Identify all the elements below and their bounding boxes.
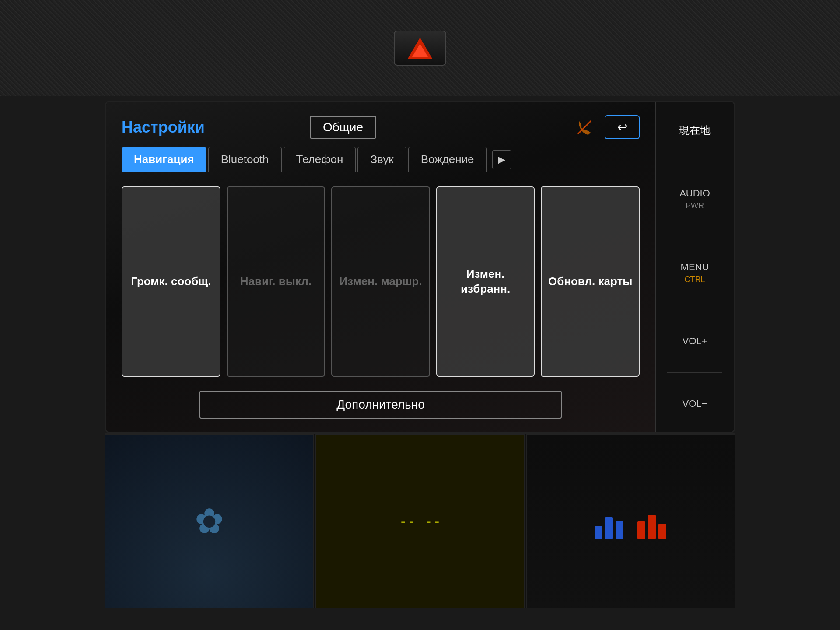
- bottom-section: ✿ -- --: [105, 433, 735, 608]
- vol-plus-label: VOL+: [682, 335, 707, 348]
- tab-sound[interactable]: Звук: [357, 147, 406, 172]
- back-button[interactable]: ↩: [605, 115, 640, 139]
- climate-cell: [526, 434, 735, 608]
- tab-driving[interactable]: Вождение: [408, 147, 487, 172]
- climate-bar-6: [658, 524, 666, 539]
- menu-ctrl-button[interactable]: MENU CTRL: [681, 261, 709, 285]
- hazard-button[interactable]: [394, 31, 446, 66]
- climate-bar-3: [616, 522, 623, 539]
- pwr-label: PWR: [679, 200, 710, 211]
- change-favorites-button[interactable]: Измен. избранн.: [436, 186, 535, 377]
- fan-icon: ✿: [195, 501, 224, 542]
- phone-crossed-icon: [573, 116, 596, 139]
- tab-row: Навигация Bluetooth Телефон Звук Вождени…: [122, 147, 640, 174]
- divider-2: [667, 236, 722, 236]
- vol-minus-label: VOL−: [682, 397, 707, 411]
- location-label: 現在地: [679, 123, 710, 138]
- hazard-triangle-icon: [408, 38, 432, 59]
- additional-button[interactable]: Дополнительно: [200, 391, 562, 419]
- update-map-button[interactable]: Обновл. карты: [541, 186, 640, 377]
- ctrl-label: CTRL: [681, 274, 709, 285]
- volume-msg-button[interactable]: Громк. сообщ.: [122, 186, 220, 377]
- fan-cell: ✿: [105, 434, 314, 608]
- tab-next-arrow[interactable]: ▶: [492, 150, 511, 169]
- divider-1: [667, 162, 722, 162]
- climate-bar-2: [605, 517, 613, 539]
- nav-off-button: Навиг. выкл.: [227, 186, 326, 377]
- header-row: Настройки Общие ↩: [122, 115, 640, 139]
- divider-4: [667, 372, 722, 373]
- display-readout: -- --: [399, 513, 441, 530]
- climate-bars: [595, 504, 666, 539]
- location-button[interactable]: 現在地: [679, 123, 710, 138]
- head-unit: Настройки Общие ↩ Навигация Bluetooth Те…: [105, 101, 735, 433]
- climate-bar-4: [637, 522, 645, 539]
- screen: Настройки Общие ↩ Навигация Bluetooth Те…: [106, 102, 655, 432]
- menu-label: MENU: [681, 261, 709, 274]
- general-button[interactable]: Общие: [310, 116, 376, 139]
- tab-navigation[interactable]: Навигация: [122, 147, 206, 172]
- climate-bar-1: [595, 526, 602, 539]
- vol-plus-button[interactable]: VOL+: [682, 335, 707, 348]
- page-title: Настройки: [122, 118, 301, 136]
- display-cell: -- --: [315, 434, 524, 608]
- divider-3: [667, 310, 722, 310]
- top-panel: [0, 0, 840, 96]
- audio-label: AUDIO: [679, 187, 710, 200]
- tab-phone[interactable]: Телефон: [284, 147, 356, 172]
- vol-minus-button[interactable]: VOL−: [682, 397, 707, 411]
- content-grid: Громк. сообщ. Навиг. выкл. Измен. маршр.…: [122, 182, 640, 381]
- tab-bluetooth[interactable]: Bluetooth: [208, 147, 282, 172]
- right-controls-panel: 現在地 AUDIO PWR MENU CTRL VOL+ VOL−: [655, 102, 734, 432]
- audio-pwr-button[interactable]: AUDIO PWR: [679, 187, 710, 211]
- climate-bar-5: [648, 515, 656, 539]
- bottom-row: Дополнительно: [122, 391, 640, 419]
- change-route-button: Измен. маршр.: [331, 186, 430, 377]
